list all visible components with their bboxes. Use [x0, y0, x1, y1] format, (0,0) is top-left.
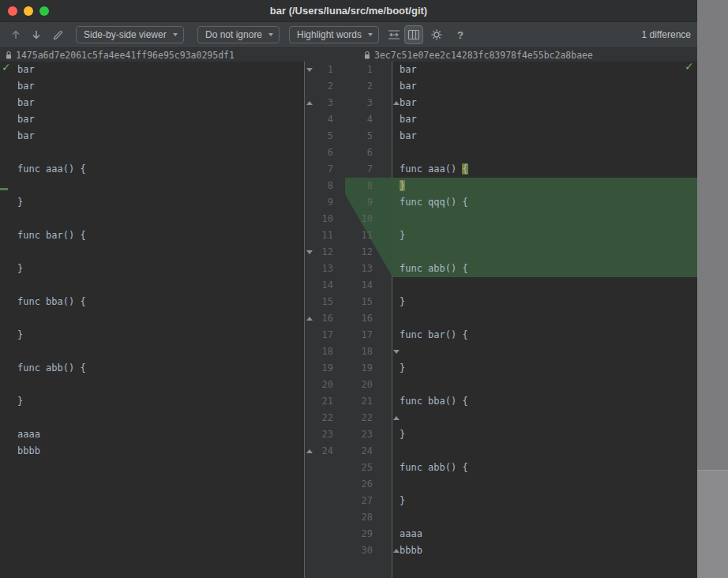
code-line[interactable]: bar — [392, 95, 697, 111]
code-line[interactable]: func abb() { — [392, 460, 697, 476]
code-line[interactable] — [392, 211, 697, 227]
code-line[interactable]: bar — [0, 95, 304, 111]
code-line[interactable]: func qqq() { — [392, 194, 697, 211]
line-number: 28 — [349, 509, 373, 526]
minimize-button[interactable] — [24, 6, 33, 16]
code-line[interactable]: bbbb — [392, 542, 697, 559]
close-button[interactable] — [8, 6, 17, 16]
code-line[interactable]: bar — [0, 111, 304, 128]
code-line[interactable] — [0, 211, 304, 227]
code-line[interactable]: bar — [0, 78, 304, 95]
fold-marker-icon[interactable] — [393, 416, 400, 420]
code-line[interactable]: } — [0, 261, 304, 277]
highlight-mode-dropdown[interactable]: Highlight words — [289, 26, 379, 43]
code-line[interactable]: } — [392, 294, 697, 310]
code-line[interactable]: } — [392, 493, 697, 509]
viewer-mode-label: Side-by-side viewer — [84, 29, 167, 40]
line-number: 15 — [310, 294, 333, 310]
code-line[interactable] — [392, 277, 697, 294]
code-line[interactable]: func bar() { — [0, 227, 304, 244]
fold-marker-icon[interactable] — [306, 317, 313, 321]
code-line[interactable]: func aaa() { — [392, 161, 697, 178]
code-line[interactable]: bar — [392, 62, 697, 78]
code-line[interactable]: func abb() { — [0, 360, 304, 377]
code-line[interactable] — [0, 277, 304, 294]
line-number: 2 — [349, 78, 373, 95]
line-number: 4 — [310, 111, 333, 128]
code-line[interactable]: func abb() { — [392, 261, 697, 277]
insertion-point-marker — [0, 188, 8, 190]
help-button[interactable]: ? — [453, 25, 467, 44]
code-line[interactable] — [0, 343, 304, 360]
code-line[interactable]: } — [392, 178, 697, 194]
two-columns-button[interactable] — [404, 25, 423, 44]
edit-file-button[interactable] — [49, 25, 66, 44]
fold-marker-icon[interactable] — [393, 350, 400, 354]
collapse-unchanged-button[interactable] — [385, 25, 403, 44]
fold-marker-icon[interactable] — [393, 549, 400, 553]
right-line-numbers: 1234567891011121314151617181920212223242… — [349, 62, 373, 559]
line-number: 17 — [310, 327, 333, 343]
code-line[interactable]: } — [392, 426, 697, 443]
line-number: 29 — [349, 526, 373, 542]
fold-marker-icon[interactable] — [306, 250, 313, 254]
line-number: 13 — [310, 261, 333, 277]
code-line[interactable]: bar — [0, 128, 304, 144]
code-line[interactable]: func bba() { — [0, 294, 304, 310]
line-number: 17 — [349, 327, 373, 343]
fold-marker-icon[interactable] — [306, 449, 313, 453]
fold-marker-icon[interactable] — [306, 101, 313, 105]
left-revision-hash: 1475a6d7e2061c5fa4ee41ff96e95c93a0295df1 — [16, 50, 235, 61]
line-number: 22 — [310, 410, 333, 426]
next-difference-button[interactable] — [28, 25, 44, 44]
code-line[interactable] — [0, 410, 304, 426]
code-line[interactable]: bar — [392, 111, 697, 128]
code-line[interactable] — [0, 144, 304, 161]
code-line[interactable]: bar — [0, 62, 304, 78]
whitespace-ignore-dropdown[interactable]: Do not ignore — [197, 26, 280, 43]
code-line[interactable]: bar — [392, 128, 697, 144]
line-number: 1 — [310, 62, 333, 78]
previous-difference-button[interactable] — [8, 25, 24, 44]
right-editor[interactable]: barbarbarbarbarfunc aaa() {}func qqq() {… — [392, 62, 697, 578]
code-line[interactable] — [392, 244, 697, 261]
code-line[interactable] — [392, 343, 697, 360]
zoom-button[interactable] — [39, 6, 49, 16]
code-line[interactable] — [0, 377, 304, 393]
line-number: 1 — [349, 62, 373, 78]
code-line[interactable]: bbbb — [0, 443, 304, 460]
code-line[interactable]: } — [0, 393, 304, 410]
code-line[interactable] — [392, 310, 697, 327]
line-number: 16 — [349, 310, 373, 327]
code-line[interactable]: } — [0, 327, 304, 343]
desktop-background — [697, 470, 728, 578]
code-line[interactable] — [392, 377, 697, 393]
code-line[interactable] — [0, 244, 304, 261]
fold-marker-icon[interactable] — [306, 68, 313, 72]
gear-icon — [430, 28, 443, 41]
code-line[interactable] — [0, 310, 304, 327]
left-editor[interactable]: barbarbarbarbarfunc aaa() {}func bar() {… — [0, 62, 304, 578]
code-line[interactable] — [392, 476, 697, 493]
code-line[interactable] — [392, 144, 697, 161]
code-line[interactable] — [0, 178, 304, 194]
code-line[interactable]: } — [0, 194, 304, 211]
chevron-down-icon — [368, 33, 373, 36]
code-line[interactable]: func bba() { — [392, 393, 697, 410]
fold-marker-icon[interactable] — [393, 101, 400, 105]
code-line[interactable]: bar — [392, 78, 697, 95]
code-line[interactable] — [392, 443, 697, 460]
help-icon: ? — [457, 29, 463, 41]
code-line[interactable]: func aaa() { — [0, 161, 304, 178]
code-line[interactable]: } — [392, 360, 697, 377]
code-line[interactable] — [392, 509, 697, 526]
code-line[interactable]: } — [392, 227, 697, 244]
settings-button[interactable] — [428, 25, 445, 44]
line-number: 21 — [349, 393, 373, 410]
code-line[interactable]: aaaa — [392, 526, 697, 542]
viewer-mode-dropdown[interactable]: Side-by-side viewer — [76, 26, 184, 43]
right-revision: 3ec7c51e07ee2c14283fc83978f4e55bc2a8baee — [363, 48, 593, 62]
code-line[interactable] — [392, 410, 697, 426]
code-line[interactable]: func bar() { — [392, 327, 697, 343]
code-line[interactable]: aaaa — [0, 426, 304, 443]
